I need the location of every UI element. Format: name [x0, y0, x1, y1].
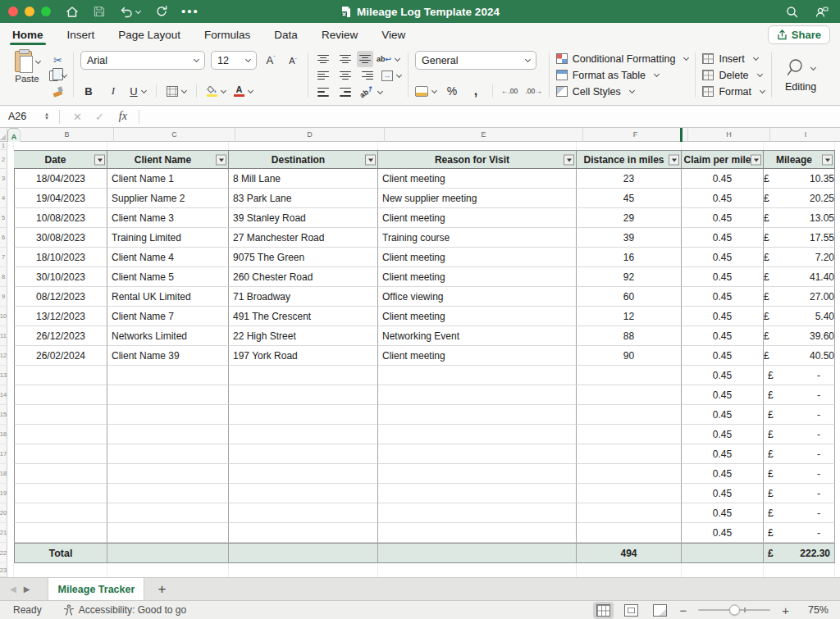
cell-A[interactable]	[7, 523, 14, 543]
formula-input[interactable]	[143, 106, 840, 127]
cell-destination[interactable]: 39 Stanley Road	[229, 208, 378, 228]
cell-claim[interactable]: 0.45	[682, 267, 764, 287]
cell-mileage[interactable]: £5.40	[764, 307, 835, 326]
cell-distance[interactable]	[577, 444, 682, 464]
cell-reason[interactable]: Training course	[378, 228, 577, 248]
cell-date[interactable]	[14, 405, 107, 425]
cell[interactable]	[378, 543, 577, 563]
row-number-2[interactable]: 2	[0, 150, 7, 169]
cell-distance[interactable]	[577, 385, 682, 405]
cell-client[interactable]	[107, 405, 229, 425]
cell-claim[interactable]: 0.45	[682, 169, 764, 189]
cell-A[interactable]	[7, 346, 14, 366]
row-number-19[interactable]: 19	[0, 484, 7, 503]
accessibility-status[interactable]: Accessibility: Good to go	[63, 604, 186, 616]
cell-client[interactable]: Client Name 4	[107, 248, 229, 267]
cell-reason[interactable]: Office viewing	[378, 287, 577, 307]
cell-destination[interactable]	[229, 464, 378, 484]
search-icon[interactable]	[786, 6, 798, 18]
cell-A[interactable]	[7, 169, 14, 189]
cell-mileage[interactable]: £13.05	[764, 208, 835, 228]
cell-reason[interactable]: New supplier meeting	[378, 189, 577, 208]
cell-styles-button[interactable]: Cell Styles	[556, 84, 689, 99]
cell-date[interactable]	[14, 503, 107, 523]
italic-button[interactable]: I	[105, 83, 121, 99]
cell-destination[interactable]: 83 Park Lane	[229, 189, 378, 208]
cell-reason[interactable]	[378, 503, 577, 523]
row-number-8[interactable]: 8	[0, 267, 7, 287]
zoom-slider-knob[interactable]	[729, 605, 740, 616]
row-number-10[interactable]: 10	[0, 307, 7, 326]
conditional-formatting-button[interactable]: Conditional Formatting	[556, 51, 689, 66]
column-header-C[interactable]: C	[114, 128, 235, 142]
redo-button[interactable]	[155, 5, 168, 18]
cell[interactable]	[378, 142, 577, 150]
decrease-indent-button[interactable]	[315, 84, 331, 100]
cell-date[interactable]	[14, 523, 107, 543]
cell-client[interactable]	[107, 385, 229, 405]
sheet-tab-mileage-tracker[interactable]: Mileage Tracker	[48, 578, 144, 601]
increase-decimal-button[interactable]: ←.00	[501, 83, 518, 99]
cell-total-label[interactable]: Total	[14, 543, 107, 563]
merge-center-button[interactable]: ↔	[381, 67, 401, 84]
cell-distance[interactable]: 45	[577, 189, 682, 208]
cell-claim[interactable]: 0.45	[682, 405, 764, 425]
cell[interactable]	[577, 563, 682, 577]
cell-client[interactable]: Supplier Name 2	[107, 189, 229, 208]
cell-A[interactable]	[7, 189, 14, 208]
cell-distance[interactable]	[577, 366, 682, 385]
table-header-distance-in-miles[interactable]: Distance in miles	[577, 150, 682, 169]
cell-date[interactable]	[14, 444, 107, 464]
cell-distance[interactable]	[577, 425, 682, 444]
cell-destination[interactable]: 491 The Crescent	[229, 307, 378, 326]
increase-font-size-button[interactable]: Aˆ	[262, 52, 279, 69]
cell-destination[interactable]	[229, 405, 378, 425]
row-number-5[interactable]: 5	[0, 208, 7, 228]
cell-mileage[interactable]: £222.30	[764, 543, 835, 563]
cell[interactable]	[14, 142, 107, 150]
page-layout-view-icon[interactable]	[624, 604, 638, 617]
row-number-6[interactable]: 6	[0, 228, 7, 248]
cell-client[interactable]	[107, 503, 229, 523]
tab-home[interactable]: Home	[11, 25, 44, 44]
delete-cells-button[interactable]: Delete	[702, 67, 765, 83]
cell-destination[interactable]: 260 Chester Road	[229, 267, 378, 287]
row-number-4[interactable]: 4	[0, 189, 7, 208]
cell-reason[interactable]	[378, 464, 577, 484]
cell-claim[interactable]: 0.45	[682, 385, 764, 405]
cell[interactable]	[764, 142, 835, 150]
cell-distance[interactable]: 92	[577, 267, 682, 287]
table-header-claim-per-mile[interactable]: Claim per mile	[682, 150, 764, 169]
cell-distance[interactable]: 12	[577, 307, 682, 326]
cell-mileage[interactable]: £-	[764, 366, 835, 385]
cell-client[interactable]: Client Name 5	[107, 267, 229, 287]
table-header-destination[interactable]: Destination	[229, 150, 378, 169]
cell-mileage[interactable]: £7.20	[764, 248, 835, 267]
tab-page-layout[interactable]: Page Layout	[117, 25, 181, 44]
cell-distance[interactable]	[577, 484, 682, 503]
column-header-E[interactable]: E	[385, 128, 583, 142]
cell-distance[interactable]: 90	[577, 346, 682, 366]
cell-destination[interactable]: 8 Mill Lane	[229, 169, 378, 189]
account-icon[interactable]	[815, 6, 829, 18]
row-number-13[interactable]: 13	[0, 366, 7, 385]
cell-distance[interactable]: 29	[577, 208, 682, 228]
cell-claim[interactable]: 0.45	[682, 444, 764, 464]
close-window-button[interactable]	[8, 7, 18, 16]
cell-A[interactable]	[7, 503, 14, 523]
tab-formulas[interactable]: Formulas	[203, 25, 251, 44]
cell-mileage[interactable]: £10.35	[764, 169, 835, 189]
select-all-corner[interactable]	[0, 128, 7, 142]
cell-reason[interactable]: Client meeting	[378, 208, 577, 228]
filter-dropdown-icon[interactable]	[669, 154, 679, 165]
cell-destination[interactable]: 27 Manchester Road	[229, 228, 378, 248]
zoom-window-button[interactable]	[41, 7, 51, 16]
cell-mileage[interactable]: £-	[764, 503, 835, 523]
table-header-mileage[interactable]: Mileage	[764, 150, 835, 169]
cell-date[interactable]: 26/02/2024	[14, 346, 107, 366]
cell-claim[interactable]: 0.45	[682, 523, 764, 543]
cell-A[interactable]	[7, 444, 14, 464]
cell-mileage[interactable]: £27.00	[764, 287, 835, 307]
filter-dropdown-icon[interactable]	[822, 154, 833, 165]
cell-A[interactable]	[7, 267, 14, 287]
